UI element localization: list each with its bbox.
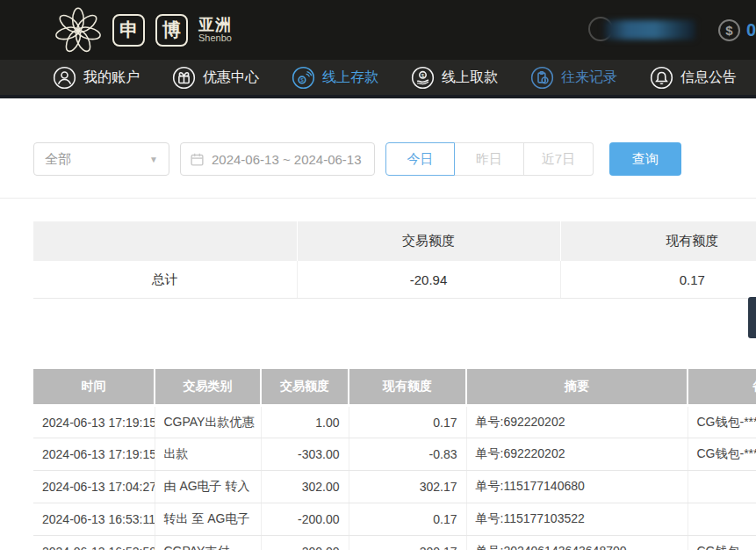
cell-type: 出款 [155, 438, 261, 471]
cell-balance: 200.17 [349, 536, 466, 550]
brand-logo[interactable]: 申 博 亚洲 Shenbo [51, 3, 232, 57]
cell-balance: 0.17 [349, 406, 466, 438]
summary-header-transaction: 交易额度 [297, 221, 560, 261]
side-panel-handle[interactable] [748, 297, 756, 338]
svg-text:$: $ [300, 76, 304, 83]
withdraw-icon: $ [411, 66, 435, 90]
cell-amount: 302.00 [261, 471, 349, 503]
nav-item-online-deposit[interactable]: $ 线上存款 [292, 66, 378, 90]
cell-remark: CG钱包-*** [688, 406, 756, 438]
cell-time: 2024-06-13 17:04:27 [33, 471, 155, 503]
section-divider [0, 198, 756, 199]
cell-remark [688, 503, 756, 536]
summary-total-label: 总计 [33, 261, 297, 299]
cell-type: 由 AG电子 转入 [155, 471, 261, 503]
cell-time: 2024-06-13 17:19:15 [33, 438, 155, 471]
brand-char-1: 申 [112, 14, 145, 47]
redaction-blur [604, 20, 695, 40]
balance-widget: $ 0 [718, 19, 756, 41]
col-header-remark: 备注 [688, 369, 756, 406]
cell-type: 转出 至 AG电子 [155, 503, 261, 536]
col-header-time: 时间 [33, 369, 155, 406]
table-row: 2024-06-13 17:19:15 CGPAY出款优惠 1.00 0.17 … [33, 406, 756, 438]
nav-label: 线上存款 [322, 69, 378, 87]
date-range-input[interactable]: 2024-06-13 ~ 2024-06-13 [180, 142, 375, 176]
chevron-down-icon: ▼ [149, 155, 158, 164]
brand-region-cn: 亚洲 [198, 17, 232, 33]
header-right: $ 0 [592, 17, 751, 43]
cell-summary: 单号:115177103522 [466, 503, 688, 536]
nav-item-transaction-records[interactable]: 往来记录 [530, 66, 617, 90]
bell-icon [650, 66, 673, 90]
nav-item-promotions[interactable]: 优惠中心 [172, 66, 259, 90]
cell-remark: CG钱包 [688, 536, 756, 550]
nav-label: 优惠中心 [203, 69, 259, 87]
cell-type: CGPAY出款优惠 [155, 406, 261, 438]
search-button[interactable]: 查询 [609, 142, 681, 176]
col-header-amount: 交易额度 [261, 369, 349, 406]
nav-label: 我的账户 [83, 69, 140, 87]
cell-time: 2024-06-13 17:19:15 [33, 406, 155, 438]
cell-type: CGPAY支付 [155, 536, 261, 550]
summary-balance-total: 0.17 [560, 261, 756, 299]
summary-header-row: 交易额度 现有额度 [33, 221, 756, 261]
records-table-wrap: 时间 交易类别 交易额度 现有额度 摘要 备注 2024-06-13 17:19… [33, 369, 756, 550]
username-redacted[interactable] [592, 17, 695, 43]
col-header-balance: 现有额度 [349, 369, 466, 406]
cell-balance: -0.83 [349, 438, 466, 471]
cell-amount: 200.00 [261, 536, 349, 550]
cell-summary: 单号:692220202 [466, 438, 688, 471]
nav-label: 线上取款 [442, 69, 498, 87]
balance-value: 0 [746, 20, 756, 40]
user-icon [53, 66, 76, 90]
cell-balance: 302.17 [349, 471, 466, 503]
filter-row: 全部 ▼ 2024-06-13 ~ 2024-06-13 今日 昨日 近7日 查… [33, 142, 756, 176]
brand-name-en: Shenbo [198, 33, 232, 44]
nav-item-my-account[interactable]: 我的账户 [53, 66, 140, 90]
table-row: 2024-06-13 17:04:27 由 AG电子 转入 302.00 302… [33, 471, 756, 503]
cell-time: 2024-06-13 16:53:11 [33, 503, 155, 536]
table-row: 2024-06-13 17:19:15 出款 -303.00 -0.83 单号:… [33, 438, 756, 471]
cell-time: 2024-06-13 16:52:58 [33, 536, 155, 550]
dollar-icon[interactable]: $ [718, 19, 740, 41]
nav-label: 往来记录 [561, 69, 617, 87]
cell-remark: CG钱包-*** [688, 438, 756, 471]
records-table: 时间 交易类别 交易额度 现有额度 摘要 备注 2024-06-13 17:19… [33, 369, 756, 550]
app-header: 申 博 亚洲 Shenbo $ 0 [0, 0, 756, 60]
gift-icon [172, 66, 196, 90]
cell-amount: 1.00 [261, 406, 349, 438]
category-select[interactable]: 全部 ▼ [33, 142, 169, 176]
cell-remark [688, 471, 756, 503]
nav-item-online-withdraw[interactable]: $ 线上取款 [411, 66, 498, 90]
table-row: 2024-06-13 16:53:11 转出 至 AG电子 -200.00 0.… [33, 503, 756, 536]
col-header-summary: 摘要 [466, 369, 688, 406]
col-header-type: 交易类别 [155, 369, 261, 406]
category-select-value: 全部 [45, 151, 71, 168]
summary-header-empty [33, 221, 297, 261]
quick-date-group: 今日 昨日 近7日 [385, 142, 594, 176]
summary-header-balance: 现有额度 [560, 221, 756, 261]
table-row: 2024-06-13 16:52:58 CGPAY支付 200.00 200.1… [33, 536, 756, 550]
cell-summary: 单号:692220202 [466, 406, 688, 438]
summary-transaction-total: -20.94 [297, 261, 560, 299]
calendar-icon [190, 152, 205, 167]
cell-amount: -200.00 [261, 503, 349, 536]
records-header-row: 时间 交易类别 交易额度 现有额度 摘要 备注 [33, 369, 756, 406]
brand-region: 亚洲 Shenbo [198, 17, 232, 43]
nav-item-announcements[interactable]: 信息公告 [650, 66, 737, 90]
records-icon [530, 66, 554, 90]
quick-btn-yesterday[interactable]: 昨日 [455, 142, 524, 176]
cell-summary: 单号:202406143643648700 [466, 536, 688, 550]
quick-btn-today[interactable]: 今日 [385, 142, 455, 176]
summary-total-row: 总计 -20.94 0.17 [33, 261, 756, 299]
date-range-value: 2024-06-13 ~ 2024-06-13 [212, 152, 362, 167]
svg-text:$: $ [421, 71, 425, 77]
cell-amount: -303.00 [261, 438, 349, 471]
quick-btn-last7days[interactable]: 近7日 [524, 142, 594, 176]
nav-label: 信息公告 [680, 69, 737, 87]
main-nav: 我的账户 优惠中心 $ 线上存款 $ 线上取款 [0, 60, 756, 98]
brand-char-2: 博 [155, 14, 188, 47]
summary-table: 交易额度 现有额度 总计 -20.94 0.17 [33, 221, 756, 299]
cell-balance: 0.17 [349, 503, 466, 536]
deposit-icon: $ [292, 66, 315, 90]
